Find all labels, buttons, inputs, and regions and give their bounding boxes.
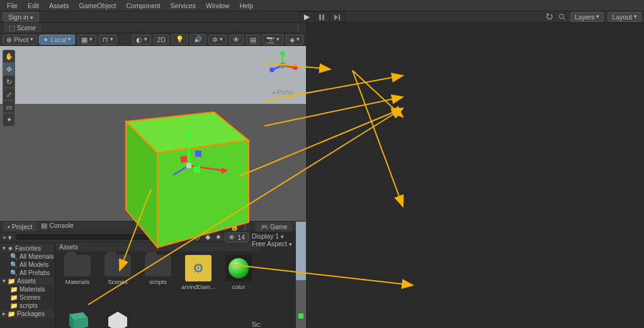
scene-icon: ⬚ [9,24,15,31]
grid-icon: ▦ [81,36,88,43]
tree-scenes[interactable]: 📁 Scenes [1,293,54,302]
menu-file[interactable]: File [3,1,22,11]
hand-icon: ✋ [5,52,13,60]
asset-script[interactable]: ⚙arvindDam... [183,255,214,305]
camera-settings[interactable]: 📷▾ [263,34,283,45]
layers-toggle[interactable]: ▤ [246,35,260,45]
svg-point-9 [293,65,298,70]
menu-gameobject[interactable]: GameObject [75,1,121,11]
asset-material-color[interactable]: color [223,255,254,305]
snap-dropdown[interactable]: ⊓▾ [99,35,117,45]
svg-point-6 [559,14,563,18]
svg-rect-24 [180,156,188,163]
layout-dropdown[interactable]: Layout ▾ [607,12,641,22]
draw-mode-dropdown[interactable]: ◐▾ [132,35,151,45]
console-tab[interactable]: ▤Console [41,222,74,232]
menu-help[interactable]: Help [235,1,257,11]
display-dropdown[interactable]: Display 1 ▾ [252,232,296,240]
step-button[interactable] [330,12,345,22]
svg-marker-17 [157,140,249,247]
svg-marker-0 [304,14,310,20]
svg-rect-4 [339,14,340,20]
menu-assets[interactable]: Assets [45,1,74,11]
hand-tool[interactable]: ✋ [3,50,14,63]
asset-folder-scripts[interactable]: scripts [142,255,174,305]
tree-materials[interactable]: 📁 Materials [1,285,54,293]
asset-folder-materials[interactable]: Materials [62,255,93,305]
tool-handle-rotation[interactable]: ⊕Pivot▾ [3,35,37,45]
scene-tab[interactable]: ⬚Scene [4,23,41,33]
game-cube [298,314,303,319]
audio-toggle[interactable]: 🔊 [190,34,206,45]
grid-visibility-dropdown[interactable]: ▦▾ [77,35,96,45]
sign-in-button[interactable]: Sign in ▾ [3,12,39,22]
fx-toggle[interactable]: ✲▾ [208,35,227,45]
search-icon[interactable] [558,13,567,21]
svg-point-11 [280,51,285,56]
pause-button[interactable] [315,12,330,22]
undo-icon[interactable] [545,13,554,21]
2d-toggle[interactable]: 2D [154,35,169,45]
scale-icon: ⤢ [6,91,12,98]
svg-rect-1 [319,14,321,20]
game-panel: 🎮Game Display 1 ▾ Free Aspect ▾ Sc: [252,222,296,328]
add-button[interactable]: + ▾ [3,234,12,241]
persp-toggle[interactable]: ◂ Persp [272,89,293,96]
scale-tool[interactable]: ⤢ [3,88,14,101]
combined-icon: ✦ [6,116,12,123]
game-view[interactable] [296,222,306,328]
transform-tool[interactable]: ✦ [3,113,14,126]
gizmo-icon: ◈ [290,36,295,43]
asset-prefab-cube[interactable] [62,309,93,328]
gizmos-dropdown[interactable]: ◈▾ [286,35,303,45]
lighting-toggle[interactable]: 💡 [172,34,188,45]
tree-all-prefabs[interactable]: 🔍 All Prefabs [1,269,54,277]
svg-rect-2 [322,14,324,20]
menu-edit[interactable]: Edit [23,1,43,11]
play-controls [299,11,346,23]
svg-marker-5 [547,13,550,16]
svg-point-14 [280,62,286,69]
favorites-label: Favorites [15,245,41,252]
shading-icon: ◐ [136,36,142,43]
local-icon: ✦ [43,36,48,43]
rect-icon: ▭ [6,103,12,111]
panel-menu-icon[interactable]: ⋮ [295,24,302,31]
asset-unity-logo[interactable] [102,309,133,328]
menu-services[interactable]: Services [166,1,200,11]
svg-rect-25 [194,166,200,172]
packages-label: Packages [17,310,45,317]
lightbulb-icon: 💡 [176,35,184,43]
magnet-icon: ⊓ [103,36,108,43]
scene-view[interactable]: ✋ ✥ ↻ ⤢ ▭ ✦ ◂ Persp [0,46,306,221]
move-tool[interactable]: ✥ [3,63,14,76]
svg-point-13 [269,67,274,72]
scale-slider[interactable]: Sc: [252,320,296,328]
center-pivot-icon: ⊕ [6,36,12,43]
secondary-topbar: Sign in ▾ Layers ▾ Layout ▾ [0,11,644,23]
orientation-gizmo[interactable] [267,50,298,81]
project-tab[interactable]: ▪Project [3,222,37,232]
main-menubar: File Edit Assets GameObject Component Se… [0,0,644,11]
play-button[interactable] [300,12,315,22]
layers-dropdown[interactable]: Layers ▾ [570,12,604,22]
project-icon: ▪ [8,223,10,230]
gear-icon: ⚙ [193,261,204,276]
menu-component[interactable]: Component [121,1,164,11]
asset-folder-scenes[interactable]: Scenes [102,255,133,305]
rotate-tool[interactable]: ↻ [3,76,14,88]
move-icon: ✥ [6,65,12,73]
menu-window[interactable]: Window [201,1,234,11]
game-tab[interactable]: 🎮Game [256,222,292,232]
tree-all-materials[interactable]: 🔍 All Materials [1,252,54,261]
rect-tool[interactable]: ▭ [3,101,14,113]
aspect-dropdown[interactable]: Free Aspect ▾ [252,240,296,247]
tree-all-models[interactable]: 🔍 All Models [1,261,54,269]
camera-icon: 📷 [266,35,274,43]
scene-cube-object[interactable] [113,90,258,254]
scene-vis-toggle[interactable]: 👁 [229,35,244,45]
fx-icon: ✲ [212,36,218,43]
tree-scripts[interactable]: 📁 scripts [1,302,54,310]
project-tree[interactable]: ▾★ Favorites 🔍 All Materials 🔍 All Model… [0,242,55,328]
tool-handle-position[interactable]: ✦Local▾ [39,35,75,45]
